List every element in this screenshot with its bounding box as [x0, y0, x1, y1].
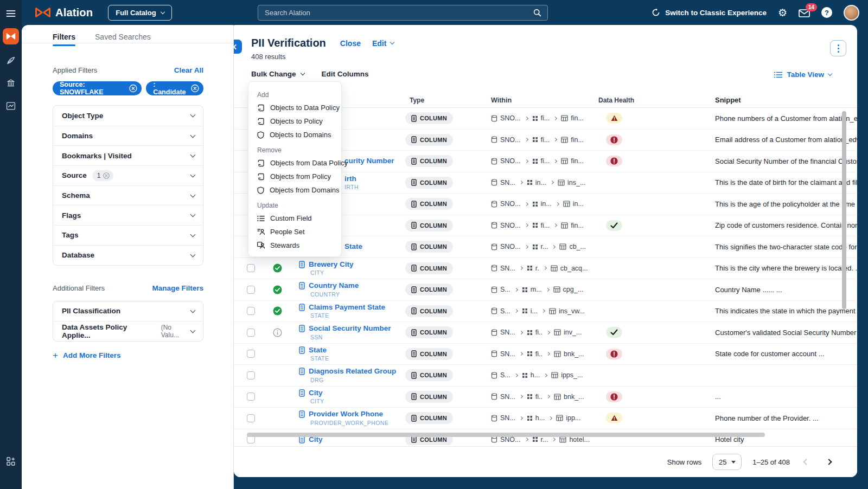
search-icon[interactable]	[533, 9, 541, 17]
menu-item[interactable]: Objects to Data Policy	[248, 101, 341, 114]
breadcrumb-segment[interactable]: r...	[541, 243, 548, 250]
breadcrumb-segment[interactable]: fi..	[535, 329, 542, 336]
within-breadcrumb[interactable]: SN...h...ipp...	[487, 414, 594, 422]
breadcrumb-segment[interactable]: SN...	[500, 179, 515, 186]
table-row[interactable]: CityCITYCOLUMNSN...fi..bnk_......	[234, 387, 857, 408]
row-checkbox[interactable]	[247, 414, 255, 422]
next-page-button[interactable]	[826, 459, 832, 465]
breadcrumb-segment[interactable]: SN...	[500, 265, 515, 272]
breadcrumb-segment[interactable]: in...	[541, 200, 552, 208]
row-checkbox[interactable]	[247, 329, 255, 337]
manage-filters-link[interactable]: Manage Filters	[152, 284, 203, 292]
table-row[interactable]: Brewery CityCITYCOLUMNSN...r.cb_acq...Th…	[234, 258, 857, 280]
breadcrumb-segment[interactable]: r.	[535, 265, 539, 272]
within-breadcrumb[interactable]: SNO...fi...fin...	[487, 136, 594, 144]
breadcrumb-segment[interactable]: SN...	[500, 393, 515, 401]
breadcrumb-segment[interactable]: fin...	[571, 222, 584, 229]
object-name-link[interactable]: curity Number	[344, 157, 394, 165]
within-breadcrumb[interactable]: SNO...fi...fin...	[487, 114, 594, 122]
breadcrumb-segment[interactable]: fi...	[541, 222, 550, 229]
governance-bank-icon[interactable]	[7, 79, 16, 87]
object-name-link[interactable]: Country Name	[309, 281, 359, 290]
row-checkbox[interactable]	[247, 307, 255, 315]
filter-accordion-item[interactable]: Data Assets Policy Applie...(No Valu...	[53, 321, 203, 341]
object-name-link[interactable]: Diagnosis Related Group	[309, 367, 396, 376]
edit-dropdown[interactable]: Edit	[372, 39, 394, 48]
table-row[interactable]: Diagnosis Related GroupDRGCOLUMNS...h...…	[234, 365, 857, 387]
filter-accordion-item[interactable]: Flags	[53, 205, 203, 225]
row-checkbox[interactable]	[247, 350, 255, 358]
breadcrumb-segment[interactable]: fin...	[571, 157, 584, 165]
filter-accordion-item[interactable]: Source1	[53, 165, 203, 185]
breadcrumb-segment[interactable]: ipp...	[566, 414, 580, 422]
close-button[interactable]: Close	[340, 39, 361, 48]
switch-classic-link[interactable]: Switch to Classic Experience	[652, 8, 767, 17]
breadcrumb-segment[interactable]: SNO...	[500, 136, 521, 144]
breadcrumb-segment[interactable]: ins_...	[567, 179, 585, 186]
table-row[interactable]: Provider Work PhonePROVIDER_WORK_PHONECO…	[234, 408, 857, 429]
object-name-link[interactable]: State	[344, 242, 362, 251]
user-avatar[interactable]	[844, 5, 859, 21]
table-view-dropdown[interactable]: Table View	[774, 70, 832, 79]
filter-chip[interactable]: : Candidate	[146, 81, 203, 95]
row-checkbox[interactable]	[247, 393, 255, 401]
breadcrumb-segment[interactable]: fin...	[571, 114, 584, 122]
breadcrumb-segment[interactable]: m...	[531, 286, 542, 293]
close-icon[interactable]	[129, 84, 137, 93]
object-name-link[interactable]: Brewery City	[309, 260, 354, 269]
vertical-scrollbar[interactable]	[842, 111, 846, 309]
menu-item[interactable]: Stewards	[248, 239, 341, 252]
within-breadcrumb[interactable]: S...h...ipps_...	[487, 371, 594, 379]
object-name-link[interactable]: State	[309, 346, 327, 355]
breadcrumb-segment[interactable]: i...	[531, 307, 538, 315]
filter-accordion-item[interactable]: Schema	[53, 185, 203, 205]
breadcrumb-segment[interactable]: cb_acq...	[560, 265, 588, 272]
breadcrumb-segment[interactable]: S...	[500, 286, 510, 293]
breadcrumb-segment[interactable]: SNO...	[500, 222, 521, 229]
breadcrumb-segment[interactable]: SNO...	[500, 157, 521, 165]
compose-quill-icon[interactable]	[7, 56, 16, 65]
table-row[interactable]: CityCOLUMNSNO...r...hotel...Hotel city	[234, 429, 857, 446]
table-row[interactable]: Claims Payment StateSTATECOLUMNS...i...i…	[234, 301, 857, 323]
within-breadcrumb[interactable]: SNO...r...cb_...	[487, 243, 594, 250]
tab-filters[interactable]: Filters	[53, 33, 75, 46]
row-checkbox[interactable]	[247, 286, 255, 294]
full-catalog-dropdown[interactable]: Full Catalog	[108, 5, 171, 21]
within-breadcrumb[interactable]: SNO...fi...fin...	[487, 222, 594, 229]
horizontal-scrollbar[interactable]	[247, 433, 765, 437]
analytics-chart-icon[interactable]	[7, 102, 16, 110]
filter-accordion-item[interactable]: Bookmarks | Visited	[53, 145, 203, 165]
within-breadcrumb[interactable]: S...m...cpg_...	[487, 286, 594, 293]
inbox-mail-icon[interactable]: 14	[799, 8, 810, 17]
within-breadcrumb[interactable]: SN...fi..bnk_...	[487, 393, 594, 401]
filter-accordion-item[interactable]: PII Classification	[53, 301, 203, 321]
object-name-link[interactable]: Social Security Number	[309, 324, 391, 333]
within-breadcrumb[interactable]: SN...fi..bnk_...	[487, 350, 594, 358]
object-name-link[interactable]: Provider Work Phone	[309, 410, 383, 419]
hamburger-menu-icon[interactable]	[7, 9, 16, 18]
breadcrumb-segment[interactable]: bnk_...	[564, 350, 584, 358]
breadcrumb-segment[interactable]: fi..	[535, 350, 542, 358]
breadcrumb-segment[interactable]: in...	[573, 200, 584, 208]
breadcrumb-segment[interactable]: SNO...	[500, 243, 521, 250]
breadcrumb-segment[interactable]: fi...	[541, 157, 550, 165]
within-breadcrumb[interactable]: SN...in...ins_...	[487, 179, 594, 186]
catalog-nav-icon[interactable]	[3, 28, 19, 44]
breadcrumb-segment[interactable]: ipps_...	[561, 371, 583, 379]
row-checkbox[interactable]	[247, 264, 255, 272]
breadcrumb-segment[interactable]: fi...	[541, 114, 550, 122]
menu-item[interactable]: Objects from Domains	[248, 183, 341, 197]
filter-count-badge[interactable]: 1	[92, 170, 114, 181]
column-header-data-health[interactable]: Data Health	[594, 96, 712, 104]
filter-accordion-item[interactable]: Object Type	[53, 106, 203, 126]
help-icon[interactable]: ?	[821, 7, 832, 18]
menu-item[interactable]: Objects to Policy	[248, 114, 341, 128]
table-row[interactable]: Social Security NumberSSNCOLUMNSN...fi..…	[234, 322, 857, 344]
within-breadcrumb[interactable]: S...i...ins_vw...	[487, 307, 594, 315]
tab-saved-searches[interactable]: Saved Searches	[95, 33, 151, 46]
close-icon[interactable]	[191, 84, 199, 93]
within-breadcrumb[interactable]: SN...fi..inv_...	[487, 329, 594, 336]
object-name-link[interactable]: irth	[344, 175, 356, 183]
within-breadcrumb[interactable]: SNO...in...in...	[487, 200, 594, 208]
breadcrumb-segment[interactable]: SN...	[500, 414, 515, 422]
